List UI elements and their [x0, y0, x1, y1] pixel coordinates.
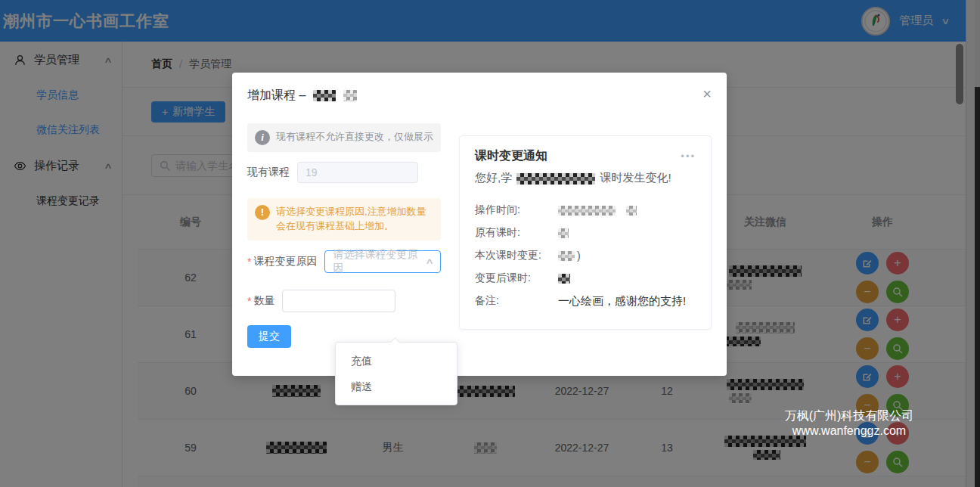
- close-icon[interactable]: ×: [702, 86, 712, 101]
- info-alert: i 现有课程不允许直接更改，仅做展示: [247, 123, 441, 152]
- value-redacted: [558, 228, 569, 238]
- existing-course-row: 现有课程: [247, 162, 441, 183]
- notice-title: 课时变更通知: [475, 148, 547, 164]
- required-asterisk: *: [247, 256, 251, 268]
- notice-field: 操作时间:: [475, 199, 696, 222]
- required-asterisk: *: [247, 295, 251, 307]
- greeting-redacted: [516, 173, 595, 185]
- existing-course-input: [297, 162, 418, 183]
- notice-field: 变更后课时:: [475, 267, 696, 290]
- quantity-row: * 数量: [247, 290, 441, 312]
- warning-alert-text: 请选择变更课程原因,注意增加数量会在现有课程基础上增加。: [276, 205, 433, 234]
- course-change-notice-card: 课时变更通知 ••• 您好,学 课时发生变化! 操作时间: 原有课时:: [459, 135, 712, 330]
- quantity-input[interactable]: [282, 290, 395, 312]
- student-name-redacted: [343, 90, 357, 101]
- notice-greeting: 您好,学 课时发生变化!: [475, 171, 696, 185]
- more-options-icon[interactable]: •••: [681, 150, 696, 162]
- submit-button[interactable]: 提交: [247, 325, 291, 348]
- quantity-label: 数量: [253, 294, 274, 308]
- student-name-redacted: [313, 90, 336, 101]
- dropdown-option-gift[interactable]: 赠送: [336, 374, 457, 399]
- chevron-up-icon: ∧: [425, 256, 434, 266]
- warning-icon: !: [255, 205, 270, 220]
- value-redacted: [626, 206, 637, 216]
- app-window: 潮州市一心书画工作室 管理员 ∨ 学员管理 ∧: [0, 0, 980, 487]
- change-reason-select[interactable]: 请选择课程变更原因 ∧: [324, 250, 441, 273]
- value-redacted: [558, 206, 616, 216]
- notice-field: 本次课时变更: ): [475, 244, 696, 267]
- change-reason-label: 课程变更原因: [253, 255, 317, 268]
- warning-alert: ! 请选择变更课程原因,注意增加数量会在现有课程基础上增加。: [247, 198, 441, 240]
- notice-field: 备注: 一心绘画，感谢您的支持!: [475, 290, 696, 312]
- course-form: i 现有课程不允许直接更改，仅做展示 现有课程 ! 请选择变更课程原因,注意增加…: [247, 123, 441, 348]
- info-icon: i: [255, 130, 270, 145]
- dialog-title: 增加课程 –: [247, 88, 357, 104]
- value-redacted: [558, 274, 570, 284]
- reason-dropdown: 充值 赠送: [335, 342, 457, 405]
- add-course-dialog: 增加课程 – × i 现有课程不允许直接更改，仅做展示 现有课程 ! 请: [232, 73, 727, 376]
- existing-course-label: 现有课程: [247, 166, 290, 179]
- select-placeholder: 请选择课程变更原因: [333, 248, 426, 275]
- change-reason-row: * 课程变更原因 请选择课程变更原因 ∧: [247, 250, 441, 273]
- value-redacted: [558, 251, 575, 261]
- info-alert-text: 现有课程不允许直接更改，仅做展示: [276, 130, 433, 144]
- dropdown-option-recharge[interactable]: 充值: [336, 348, 457, 374]
- notice-field: 原有课时:: [475, 222, 696, 244]
